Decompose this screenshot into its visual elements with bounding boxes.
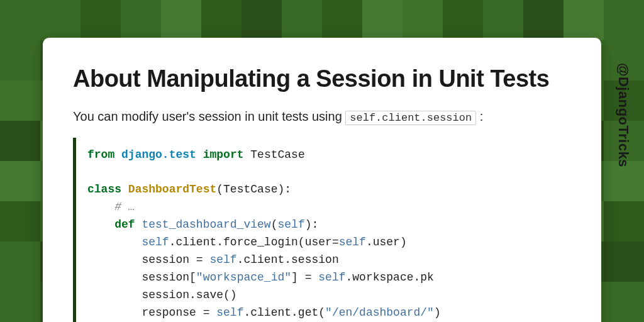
import-name: TestCase xyxy=(243,148,304,161)
kw-from: from xyxy=(87,148,114,161)
code-text: .user) xyxy=(366,236,407,248)
self-param: self xyxy=(277,218,304,231)
intro-suffix: : xyxy=(476,109,483,123)
self-ref: self xyxy=(216,306,243,319)
kw-import: import xyxy=(203,148,244,161)
intro-text: You can modify user's session in unit te… xyxy=(73,109,566,124)
code-text: ] = xyxy=(291,271,318,284)
fn-name: test_dashboard_view xyxy=(142,218,270,231)
self-ref: self xyxy=(142,236,169,248)
code-block: from django.test import TestCase class D… xyxy=(73,138,566,322)
intro-prefix: You can modify user's session in unit te… xyxy=(73,109,345,123)
module-name: django.test xyxy=(121,148,196,161)
comment: # … xyxy=(87,201,135,213)
string-literal: "workspace_id" xyxy=(196,271,291,284)
code-text: response = xyxy=(87,306,216,319)
inline-code: self.client.session xyxy=(345,111,476,125)
kw-class: class xyxy=(87,183,121,196)
code-text: session = xyxy=(87,253,209,266)
code-text: session[ xyxy=(87,271,196,284)
kw-def: def xyxy=(87,218,135,231)
content-card: @DjangoTricks About Manipulating a Sessi… xyxy=(43,38,601,322)
class-name: DashboardTest xyxy=(128,183,216,196)
code-text: ) xyxy=(434,306,441,319)
self-ref: self xyxy=(209,253,236,266)
indent xyxy=(87,236,142,248)
paren-open: ( xyxy=(271,218,278,231)
code-text: .client.session xyxy=(237,253,339,266)
code-text: .client.force_login(user= xyxy=(169,236,339,248)
self-ref: self xyxy=(318,271,345,284)
code-text: .client.get( xyxy=(243,306,325,319)
self-ref: self xyxy=(339,236,366,248)
string-literal: "/en/dashboard/" xyxy=(325,306,434,319)
code-text: session.save() xyxy=(87,289,237,301)
class-tail: (TestCase): xyxy=(216,183,291,196)
paren-close: ): xyxy=(305,218,319,231)
code-text: .workspace.pk xyxy=(346,271,434,284)
page-title: About Manipulating a Session in Unit Tes… xyxy=(73,65,566,93)
author-handle: @DjangoTricks xyxy=(615,63,631,167)
